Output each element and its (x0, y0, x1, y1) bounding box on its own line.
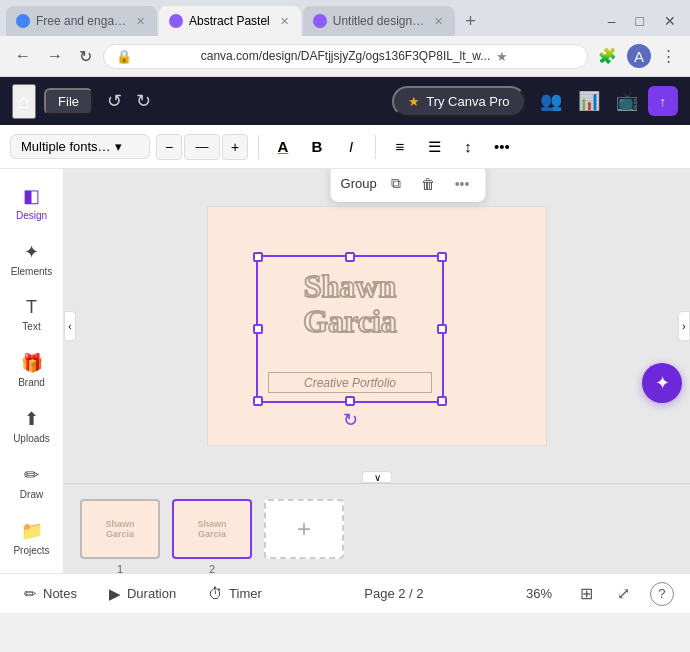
maximize-button[interactable]: □ (628, 9, 652, 33)
tab-1-close[interactable]: ✕ (136, 15, 145, 28)
publish-button[interactable]: ↑ (648, 86, 679, 116)
handle-bottom-left[interactable] (253, 396, 263, 406)
sidebar-item-projects[interactable]: 📁 Projects (4, 512, 60, 564)
thumbnail-1[interactable]: ShawnGarcia 1 (80, 499, 160, 559)
menu-button[interactable]: ⋮ (657, 44, 680, 68)
sidebar-item-draw[interactable]: ✏ Draw (4, 456, 60, 508)
thumbnail-1-num: 1 (117, 563, 123, 574)
font-name-label: Multiple fonts… (21, 139, 111, 154)
help-button[interactable]: ? (650, 582, 674, 606)
try-canva-pro-button[interactable]: ★ Try Canva Pro (392, 86, 525, 117)
selected-group[interactable]: ShawnGarcia Creative Portfolio ↻ (256, 255, 444, 403)
handle-mid-right[interactable] (437, 324, 447, 334)
profile-button[interactable]: A (627, 44, 651, 68)
group-more-button[interactable]: ••• (449, 172, 476, 196)
thumb-1-content: ShawnGarcia (101, 515, 138, 543)
home-button[interactable]: ⌂ (12, 84, 36, 119)
duration-button[interactable]: ▶ Duration (101, 581, 184, 607)
bold-button[interactable]: B (303, 133, 331, 161)
minimize-button[interactable]: – (600, 9, 624, 33)
group-delete-button[interactable]: 🗑 (415, 172, 441, 196)
grid-view-button[interactable]: ⊞ (576, 580, 597, 607)
timer-icon: ⏱ (208, 585, 223, 602)
sidebar-item-design[interactable]: ◧ Design (4, 177, 60, 229)
handle-top-right[interactable] (437, 252, 447, 262)
name-text-container[interactable]: ShawnGarcia (268, 269, 432, 339)
address-bar[interactable]: 🔒 canva.com/design/DAFtjjsjyZg/ogs136F3Q… (103, 44, 588, 69)
notes-button[interactable]: ✏ Notes (16, 581, 85, 607)
toolbar-icons: 👥 📊 📺 ↑ (534, 86, 679, 116)
canvas-scroll[interactable]: ‹ Group ⧉ 🗑 ••• (64, 169, 690, 483)
font-size-decrease-button[interactable]: − (156, 134, 182, 160)
file-button[interactable]: File (44, 88, 93, 115)
forward-button[interactable]: → (42, 45, 68, 67)
handle-mid-left[interactable] (253, 324, 263, 334)
undo-button[interactable]: ↺ (101, 86, 128, 116)
chart-icon-button[interactable]: 📊 (572, 86, 606, 116)
duration-icon: ▶ (109, 585, 121, 603)
add-page-button[interactable]: + (264, 499, 344, 559)
sidebar-item-uploads[interactable]: ⬆ Uploads (4, 400, 60, 452)
sidebar-item-elements[interactable]: ✦ Elements (4, 233, 60, 285)
handle-bottom-mid[interactable] (345, 396, 355, 406)
tab-2[interactable]: Abstract Pastel ✕ (159, 6, 301, 36)
tab-2-label: Abstract Pastel (189, 14, 270, 28)
browser-chrome: Free and enga… ✕ Abstract Pastel ✕ Untit… (0, 0, 690, 77)
draw-icon: ✏ (24, 464, 39, 486)
handle-top-left[interactable] (253, 252, 263, 262)
text-color-button[interactable]: A (269, 133, 297, 161)
group-label: Group (341, 176, 377, 191)
subtitle-box[interactable]: Creative Portfolio (268, 372, 432, 393)
italic-button[interactable]: I (337, 133, 365, 161)
zoom-display[interactable]: 36% (518, 582, 560, 605)
tab-3[interactable]: Untitled design… ✕ (303, 6, 455, 36)
refresh-button[interactable]: ↻ (74, 45, 97, 68)
timer-button[interactable]: ⏱ Timer (200, 581, 270, 606)
rotate-handle[interactable]: ↻ (343, 409, 358, 431)
new-tab-button[interactable]: + (457, 7, 484, 36)
font-dropdown-icon: ▾ (115, 139, 122, 154)
fullscreen-button[interactable]: ⤢ (613, 580, 634, 607)
tab-2-icon (169, 14, 183, 28)
canvas-scroll-right[interactable]: › (678, 311, 690, 341)
more-format-icon: ••• (494, 138, 510, 155)
group-copy-button[interactable]: ⧉ (385, 171, 407, 196)
back-button[interactable]: ← (10, 45, 36, 67)
align-icon: ≡ (396, 138, 405, 155)
extensions-button[interactable]: 🧩 (594, 44, 621, 68)
sidebar-label-text: Text (22, 321, 40, 332)
list-button[interactable]: ☰ (420, 133, 448, 161)
handle-bottom-right[interactable] (437, 396, 447, 406)
canvas-scroll-left[interactable]: ‹ (64, 311, 76, 341)
sidebar-item-text[interactable]: T Text (4, 289, 60, 340)
sidebar-item-brand[interactable]: 🎁 Brand (4, 344, 60, 396)
tab-1[interactable]: Free and enga… ✕ (6, 6, 157, 36)
tab-2-close[interactable]: ✕ (280, 15, 289, 28)
align-button[interactable]: ≡ (386, 133, 414, 161)
line-spacing-button[interactable]: ↕ (454, 133, 482, 161)
close-button[interactable]: ✕ (656, 9, 684, 33)
redo-button[interactable]: ↻ (130, 86, 157, 116)
tab-3-close[interactable]: ✕ (434, 15, 443, 28)
font-selector[interactable]: Multiple fonts… ▾ (10, 134, 150, 159)
name-text: ShawnGarcia (268, 269, 432, 339)
tab-3-icon (313, 14, 327, 28)
canvas-scroll-bottom[interactable]: ∨ (362, 471, 392, 483)
handle-top-mid[interactable] (345, 252, 355, 262)
design-icon: ◧ (23, 185, 40, 207)
page-info: Page 2 / 2 (364, 586, 423, 601)
cast-icon-button[interactable]: 📺 (610, 86, 644, 116)
people-icon-button[interactable]: 👥 (534, 86, 568, 116)
thumbnail-1-img: ShawnGarcia (80, 499, 160, 559)
thumbnail-2[interactable]: ShawnGarcia 2 (172, 499, 252, 559)
timer-label: Timer (229, 586, 262, 601)
thumbnail-2-num: 2 (209, 563, 215, 574)
font-size-increase-button[interactable]: + (222, 134, 248, 160)
subtitle-text: Creative Portfolio (304, 376, 396, 390)
main-area: ◧ Design ✦ Elements T Text 🎁 Brand ⬆ Upl… (0, 169, 690, 573)
magic-button[interactable]: ✦ (642, 363, 682, 403)
group-toolbar: Group ⧉ 🗑 ••• (331, 169, 486, 202)
tab-1-icon (16, 14, 30, 28)
more-format-button[interactable]: ••• (488, 133, 516, 161)
tab-1-label: Free and enga… (36, 14, 126, 28)
